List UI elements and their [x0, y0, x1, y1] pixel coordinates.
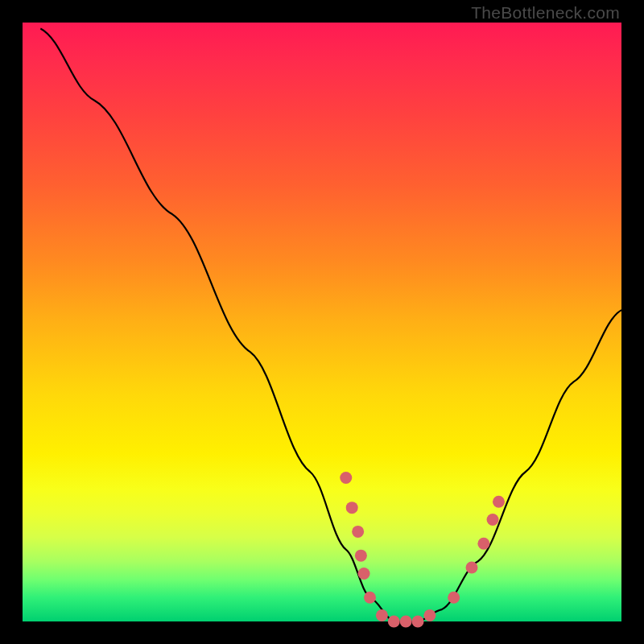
marker-cluster — [340, 472, 505, 628]
bottleneck-curve — [40, 28, 621, 621]
marker-dot — [423, 609, 436, 621]
marker-dot — [352, 526, 364, 538]
marker-dot — [448, 592, 460, 604]
marker-dot — [355, 550, 367, 562]
marker-dot — [412, 616, 424, 628]
plot-area — [23, 23, 621, 621]
marker-dot — [487, 514, 499, 526]
marker-dot — [376, 609, 388, 621]
marker-dot — [340, 472, 352, 484]
marker-dot — [493, 496, 505, 508]
chart-frame: TheBottleneck.com — [0, 0, 644, 644]
marker-dot — [388, 616, 400, 628]
marker-dot — [477, 538, 489, 550]
watermark-text: TheBottleneck.com — [471, 3, 620, 23]
marker-dot — [364, 592, 376, 604]
marker-dot — [400, 616, 412, 628]
marker-dot — [466, 562, 478, 574]
curve-layer — [23, 23, 621, 621]
marker-dot — [358, 568, 370, 580]
marker-dot — [346, 502, 358, 514]
